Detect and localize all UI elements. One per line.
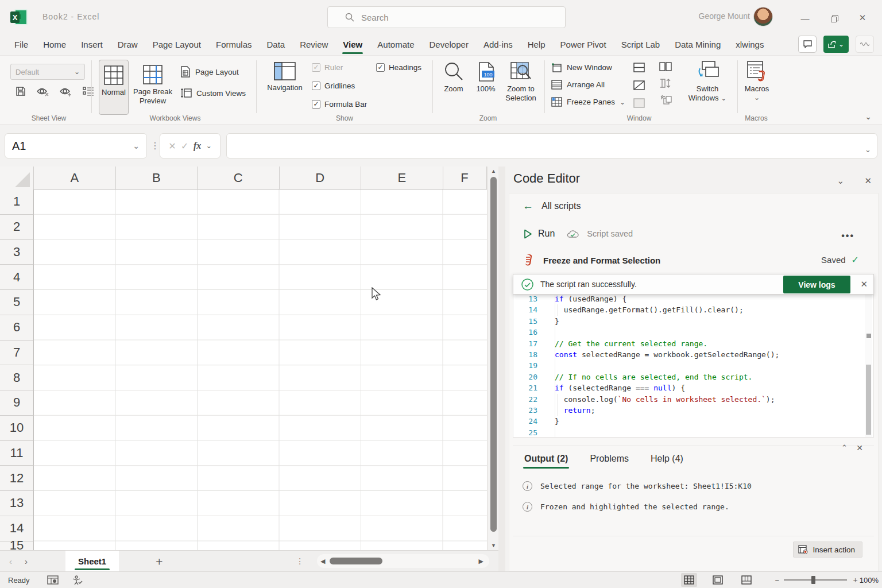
panel-tab-help-4-[interactable]: Help (4): [651, 449, 683, 469]
code-line[interactable]: 13if (usedRange) {: [513, 293, 873, 304]
confirm-entry-icon[interactable]: ✓: [181, 141, 188, 152]
code-line[interactable]: 25: [513, 427, 873, 438]
macros-button[interactable]: Macros⌄: [742, 60, 772, 102]
zoom-to-selection-button[interactable]: Zoom toSelection: [501, 61, 541, 103]
worksheet-grid[interactable]: ABCDEF 123456789101112131415: [0, 167, 487, 550]
code-editor-content[interactable]: 13if (usedRange) {14 usedRange.getFormat…: [513, 293, 874, 438]
pane-collapse-chevron[interactable]: ⌄: [837, 176, 844, 186]
row-header-1[interactable]: 1: [0, 189, 34, 215]
freeze-panes-button[interactable]: Freeze Panes ⌄: [551, 97, 625, 107]
run-button[interactable]: Run: [538, 229, 555, 239]
comments-button[interactable]: [798, 36, 817, 53]
zoom-slider-thumb[interactable]: [811, 576, 815, 584]
sheet-view-dropdown[interactable]: Default ⌄: [10, 64, 85, 80]
zoom-100-button[interactable]: 100 100%: [471, 61, 501, 93]
new-window-button[interactable]: New Window: [551, 63, 625, 72]
restore-button[interactable]: [821, 10, 846, 25]
exit-sheet-view-icon[interactable]: [37, 86, 49, 97]
ribbon-tab-add-ins[interactable]: Add-ins: [476, 36, 520, 54]
code-line[interactable]: 19: [513, 360, 873, 371]
code-line[interactable]: 22 console.log(`No cells in worksheet se…: [513, 394, 873, 405]
row-header-6[interactable]: 6: [0, 315, 34, 341]
panel-collapse-chevron[interactable]: ⌃: [841, 443, 848, 452]
page-break-shortcut[interactable]: [738, 573, 755, 587]
row-header-3[interactable]: 3: [0, 240, 34, 265]
share-button[interactable]: ⌄: [823, 36, 849, 53]
row-header-13[interactable]: 13: [0, 491, 34, 516]
page-layout-button[interactable]: Page Layout: [180, 66, 239, 78]
formula-bar-checkbox[interactable]: ✓Formula Bar: [312, 99, 367, 109]
ribbon-tab-view[interactable]: View: [335, 36, 370, 54]
headings-checkbox[interactable]: ✓Headings: [376, 63, 421, 72]
arrange-all-button[interactable]: Arrange All: [551, 80, 625, 90]
pane-close-icon[interactable]: ✕: [864, 176, 872, 186]
normal-view-button[interactable]: Normal: [99, 60, 129, 115]
column-header-F[interactable]: F: [443, 167, 487, 189]
code-line[interactable]: 17// Get the current selected range.: [513, 338, 873, 349]
ribbon-tab-data[interactable]: Data: [259, 36, 292, 54]
close-button[interactable]: ✕: [850, 10, 875, 25]
search-input[interactable]: Search: [327, 6, 566, 28]
ribbon-tab-page-layout[interactable]: Page Layout: [145, 36, 208, 54]
ribbon-tab-draw[interactable]: Draw: [110, 36, 145, 54]
back-to-all-scripts[interactable]: ← All scripts: [523, 200, 581, 212]
scroll-up-arrow[interactable]: ▲: [488, 167, 499, 176]
scroll-left-arrow[interactable]: ◀: [317, 558, 328, 565]
ribbon-tab-file[interactable]: File: [7, 36, 36, 54]
zoom-out-button[interactable]: −: [775, 576, 779, 585]
horizontal-scrollbar[interactable]: ◀ ▶: [317, 554, 489, 568]
ribbon-tab-developer[interactable]: Developer: [422, 36, 476, 54]
cancel-entry-icon[interactable]: ✕: [168, 141, 176, 152]
navigation-button[interactable]: Navigation: [263, 61, 307, 92]
code-line[interactable]: 20// If no cells are selected, end the s…: [513, 372, 873, 382]
code-line[interactable]: 16: [513, 327, 873, 338]
row-header-14[interactable]: 14: [0, 516, 34, 541]
column-header-B[interactable]: B: [116, 167, 198, 189]
row-header-4[interactable]: 4: [0, 265, 34, 290]
code-line[interactable]: 21if (selectedRange === null) {: [513, 382, 873, 393]
code-line[interactable]: 23 return;: [513, 405, 873, 416]
row-header-12[interactable]: 12: [0, 466, 34, 491]
toast-close-icon[interactable]: ✕: [860, 279, 868, 289]
ribbon-tab-script-lab[interactable]: Script Lab: [614, 36, 668, 54]
new-sheet-view-icon[interactable]: [60, 86, 72, 97]
macro-record-icon[interactable]: [47, 575, 59, 585]
ribbon-tab-formulas[interactable]: Formulas: [208, 36, 260, 54]
activity-button[interactable]: [856, 36, 874, 53]
column-header-A[interactable]: A: [34, 167, 116, 189]
column-header-C[interactable]: C: [198, 167, 280, 189]
code-line[interactable]: 24}: [513, 416, 873, 427]
ribbon-tab-power-pivot[interactable]: Power Pivot: [553, 36, 614, 54]
minimize-button[interactable]: —: [792, 10, 818, 25]
code-line[interactable]: 14 usedRange.getFormat().getFill().clear…: [513, 304, 873, 315]
sheet-tab[interactable]: Sheet1: [65, 551, 119, 572]
row-header-5[interactable]: 5: [0, 290, 34, 315]
ribbon-tab-automate[interactable]: Automate: [370, 36, 421, 54]
cell-area[interactable]: [34, 189, 487, 550]
row-header-15[interactable]: 15: [0, 541, 34, 551]
name-box[interactable]: A1 ⌄: [5, 133, 147, 158]
row-header-9[interactable]: 9: [0, 390, 34, 416]
custom-views-button[interactable]: Custom Views: [180, 88, 246, 98]
user-avatar[interactable]: [753, 7, 773, 26]
accessibility-checker-icon[interactable]: [71, 575, 83, 585]
scroll-right-arrow[interactable]: ▶: [475, 558, 487, 565]
sheet-prev-arrow[interactable]: ‹: [9, 556, 12, 566]
row-header-8[interactable]: 8: [0, 365, 34, 390]
switch-windows-button[interactable]: SwitchWindows ⌄: [687, 60, 728, 103]
pane-divider[interactable]: [498, 167, 505, 588]
zoom-slider[interactable]: [784, 579, 847, 581]
keep-sheet-view-icon[interactable]: [15, 86, 26, 97]
collapse-ribbon-chevron[interactable]: ⌄: [865, 112, 872, 121]
row-header-11[interactable]: 11: [0, 441, 34, 466]
row-header-2[interactable]: 2: [0, 215, 34, 240]
zoom-level[interactable]: 100%: [860, 576, 879, 585]
zoom-button[interactable]: Zoom: [438, 61, 470, 93]
run-play-icon[interactable]: [524, 229, 532, 239]
row-header-10[interactable]: 10: [0, 416, 34, 441]
panel-tab-output-2-[interactable]: Output (2): [524, 449, 568, 469]
page-layout-shortcut[interactable]: [710, 573, 726, 587]
normal-view-shortcut[interactable]: [681, 573, 697, 587]
code-scroll-thumb[interactable]: [866, 365, 871, 435]
view-side-by-side-icon[interactable]: [659, 61, 672, 72]
